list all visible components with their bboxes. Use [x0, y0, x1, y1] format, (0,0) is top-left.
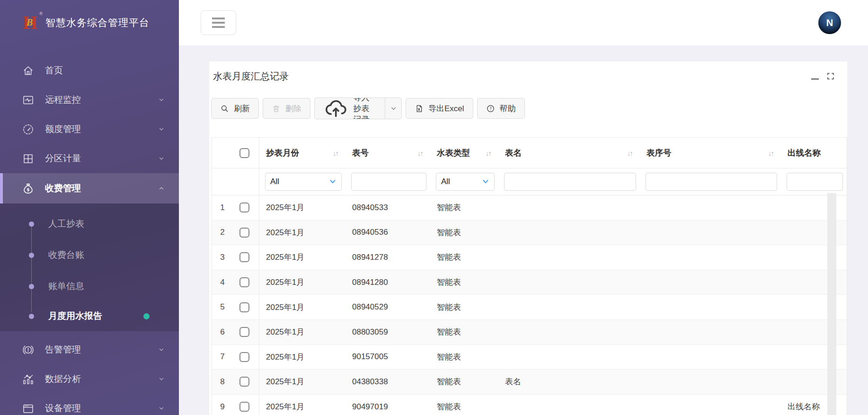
table-row: 2 2025年1月 08940536 智能表	[212, 221, 847, 246]
table-row: 8 2025年1月 04380338 智能表 表名	[212, 370, 847, 395]
main-area: N 水表月度汇总记录 刷新	[179, 0, 868, 415]
cell-meter-no: 08941280	[345, 270, 430, 295]
row-checkbox[interactable]	[239, 402, 249, 412]
fullscreen-icon[interactable]	[826, 72, 835, 80]
sort-icon[interactable]: ↓↑	[768, 149, 773, 157]
row-checkbox[interactable]	[239, 377, 249, 387]
submenu-item-bill-info[interactable]: 账单信息	[0, 271, 179, 302]
filter-outlet-input[interactable]	[787, 173, 843, 191]
bullet-icon	[29, 221, 34, 227]
table-row: 1 2025年1月 08940533 智能表	[212, 195, 847, 221]
cell-type: 智能表	[430, 245, 498, 270]
refresh-label: 刷新	[234, 103, 250, 114]
sidebar-item-label: 远程监控	[45, 94, 81, 106]
sidebar-nav: 首页 远程监控 额度管理 分区计量 $ 收费管理	[0, 45, 179, 415]
filter-meter-no-input[interactable]	[351, 173, 426, 191]
cell-name	[498, 270, 640, 295]
cell-serial	[640, 221, 781, 245]
row-checkbox[interactable]	[239, 252, 249, 262]
import-dropdown-button[interactable]	[385, 98, 401, 119]
sidebar-item-quota-management[interactable]: 额度管理	[0, 115, 179, 144]
window-controls	[811, 72, 835, 80]
page-title: 水表月度汇总记录	[213, 70, 289, 83]
toolbar: 刷新 删除 导入抄表记录	[211, 97, 847, 119]
export-excel-button[interactable]: 导出Excel	[406, 98, 473, 119]
cell-meter-no: 08940533	[345, 195, 430, 220]
submenu-item-label: 账单信息	[48, 280, 84, 292]
sidebar-toggle-button[interactable]	[201, 10, 236, 35]
cell-type: 智能表	[430, 221, 498, 245]
chevron-down-icon	[158, 97, 165, 103]
fee-management-submenu: 人工抄表 收费台账 账单信息 月度用水报告	[0, 203, 179, 331]
cell-serial	[640, 245, 781, 270]
row-index: 6	[212, 327, 233, 337]
cell-month: 2025年1月	[259, 295, 345, 319]
import-label: 导入抄表记录	[353, 97, 376, 119]
cell-meter-no: 08940529	[345, 295, 430, 319]
sidebar-item-label: 设备管理	[45, 402, 81, 415]
minimize-icon[interactable]	[811, 79, 819, 79]
sidebar-item-remote-monitoring[interactable]: 远程监控	[0, 85, 179, 115]
panel-header: 水表月度汇总记录	[209, 62, 847, 91]
selected-value: All	[441, 177, 450, 186]
help-button[interactable]: ? 帮助	[477, 98, 525, 119]
sort-icon[interactable]: ↓↑	[417, 149, 423, 157]
table-scrollbar[interactable]	[827, 193, 836, 415]
filter-type-select[interactable]: All	[436, 173, 495, 191]
avatar-letter: N	[826, 18, 833, 28]
home-icon	[22, 64, 35, 77]
chevron-up-icon	[158, 185, 165, 192]
cloud-upload-icon	[323, 97, 348, 119]
row-checkbox[interactable]	[239, 203, 249, 212]
chevron-down-icon	[158, 376, 165, 382]
sidebar-item-fee-management[interactable]: $ 收费管理	[0, 173, 179, 203]
sidebar-item-alarm-management[interactable]: 告警管理	[0, 335, 179, 364]
table-row: 7 2025年1月 90157005 智能表	[212, 345, 847, 370]
row-index: 2	[212, 228, 233, 237]
cell-type: 智能表	[430, 345, 498, 370]
chevron-down-icon	[158, 155, 165, 162]
delete-label: 删除	[285, 103, 301, 114]
filter-serial-input[interactable]	[646, 173, 777, 191]
submenu-item-monthly-water-report[interactable]: 月度用水报告	[0, 302, 179, 330]
user-avatar[interactable]: N	[818, 11, 841, 34]
cell-month: 2025年1月	[259, 320, 345, 344]
row-checkbox[interactable]	[239, 302, 249, 312]
cell-meter-no: 08803059	[345, 320, 430, 344]
row-checkbox[interactable]	[239, 327, 249, 337]
submenu-item-label: 人工抄表	[48, 218, 84, 230]
row-index: 9	[212, 402, 233, 412]
filter-name-input[interactable]	[504, 173, 636, 191]
cell-month: 2025年1月	[259, 221, 345, 245]
sidebar-item-zone-metering[interactable]: 分区计量	[0, 144, 179, 173]
top-bar: N	[179, 0, 868, 45]
row-checkbox[interactable]	[239, 228, 249, 238]
row-index: 4	[212, 278, 233, 287]
app-logo: H B ® 智慧水务综合管理平台	[0, 0, 179, 45]
sidebar-item-label: 首页	[45, 64, 63, 77]
sort-icon[interactable]: ↓↑	[333, 149, 338, 157]
cell-month: 2025年1月	[259, 395, 345, 415]
sidebar-item-device-management[interactable]: 设备管理	[0, 394, 179, 415]
select-all-checkbox[interactable]	[239, 148, 249, 158]
cell-serial	[640, 395, 781, 415]
monitor-pulse-icon	[22, 94, 35, 106]
sort-icon[interactable]: ↓↑	[627, 149, 632, 157]
cell-name	[498, 221, 640, 245]
sidebar-item-home[interactable]: 首页	[0, 56, 179, 85]
refresh-button[interactable]: 刷新	[211, 98, 259, 119]
sidebar-item-label: 数据分析	[45, 373, 81, 385]
sort-icon[interactable]: ↓↑	[486, 149, 491, 157]
sidebar-item-data-analysis[interactable]: 数据分析	[0, 364, 179, 394]
import-records-button[interactable]: 导入抄表记录	[315, 98, 385, 119]
submenu-item-fee-ledger[interactable]: 收费台账	[0, 239, 179, 271]
filter-month-select[interactable]: All	[265, 173, 342, 191]
sidebar-item-label: 收费管理	[45, 182, 81, 194]
submenu-item-manual-reading[interactable]: 人工抄表	[0, 208, 179, 239]
row-checkbox[interactable]	[239, 352, 249, 362]
help-label: 帮助	[500, 103, 516, 114]
active-page-indicator	[143, 313, 150, 319]
delete-button[interactable]: 删除	[263, 98, 310, 119]
cell-outlet	[781, 245, 847, 270]
row-checkbox[interactable]	[239, 277, 249, 287]
